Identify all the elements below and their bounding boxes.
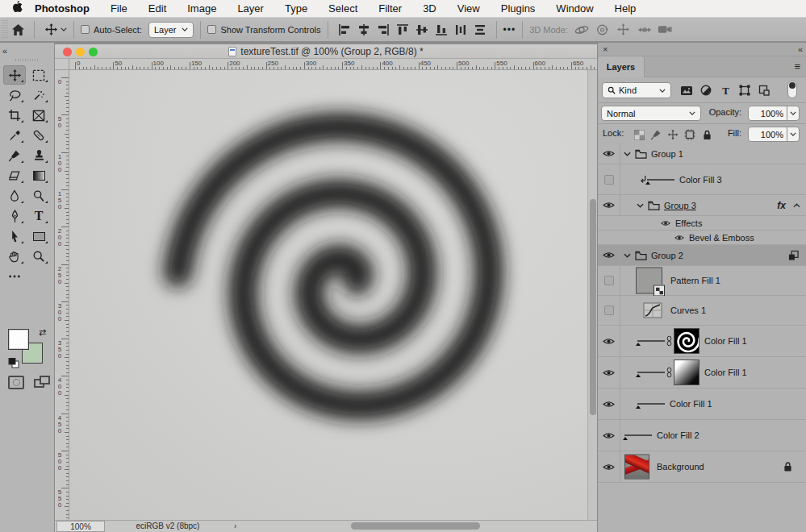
clone-stamp-tool[interactable] [27,146,50,165]
brush-tool[interactable] [3,146,26,165]
status-options-chevron[interactable]: › [234,521,236,532]
mask-thumbnail[interactable] [674,328,700,354]
type-tool[interactable]: T [27,206,50,226]
document-title-bar[interactable]: textureTest.tif @ 100% (Group 2, RGB/8) … [55,44,597,59]
distribute-v-icon[interactable] [470,22,490,38]
collapse-panel-icon[interactable]: « [798,44,802,54]
adjustment-layer-filter-icon[interactable] [698,82,714,98]
visibility-toggle[interactable] [598,357,620,388]
align-top-icon[interactable] [393,22,412,38]
visibility-toggle[interactable] [598,296,620,325]
pan-3d-icon[interactable] [613,22,634,38]
filter-kind-dropdown[interactable]: Kind [602,82,671,98]
chevron-down-icon[interactable] [787,127,799,141]
layer-row-group-1[interactable]: Group 1 [598,143,806,164]
zoom-level-field[interactable]: 100% [56,521,105,532]
align-bottom-icon[interactable] [432,22,451,38]
collapse-effects-chevron-icon[interactable] [793,203,800,208]
pen-tool[interactable] [3,206,26,226]
lasso-tool[interactable] [3,85,26,105]
layer-thumbnail[interactable] [637,372,665,373]
layer-thumbnail[interactable] [624,455,649,480]
align-left-icon[interactable] [335,22,354,38]
lock-artboard-icon[interactable] [683,128,697,141]
layer-name[interactable]: Group 2 [651,251,683,260]
layer-name[interactable]: Curves 1 [670,305,706,315]
menu-help[interactable]: Help [604,0,647,18]
layer-name[interactable]: Color Fill 1 [704,336,747,346]
slide-3d-icon[interactable] [634,22,655,38]
layer-row-background[interactable]: Background [598,451,806,483]
visibility-toggle[interactable] [598,420,620,451]
visibility-toggle[interactable] [598,266,620,295]
menu-select[interactable]: Select [318,0,368,18]
menu-3d[interactable]: 3D [412,0,447,18]
lock-all-icon[interactable] [700,128,714,141]
auto-select-checkbox[interactable] [81,25,90,34]
layer-row-color-fill-2[interactable]: Color Fill 2 [598,420,806,451]
distribute-h-icon[interactable] [451,22,470,38]
blend-mode-dropdown[interactable]: Normal [601,106,701,121]
move-tool[interactable] [3,65,26,85]
layer-name[interactable]: Background [657,462,704,472]
chevron-down-icon[interactable] [61,27,67,31]
magic-wand-tool[interactable] [27,85,50,105]
move-tool-icon[interactable] [41,20,61,39]
expand-chevron-icon[interactable] [637,203,644,208]
menu-type[interactable]: Type [274,0,318,18]
auto-select-target-dropdown[interactable]: Layer [148,22,194,38]
screen-mode-button[interactable] [34,376,50,389]
align-center-h-icon[interactable] [354,22,374,38]
layer-thumbnail[interactable] [637,340,665,342]
tools-drag-handle[interactable] [15,59,40,61]
menu-photoshop[interactable]: Photoshop [24,0,100,18]
options-drag-handle[interactable] [2,20,8,39]
crop-tool[interactable] [3,106,26,125]
eraser-tool[interactable] [3,166,26,185]
path-select-tool[interactable] [3,227,26,246]
layer-row-group-3[interactable]: Group 3fx [598,195,806,216]
marquee-tool[interactable] [27,65,50,85]
visibility-toggle[interactable] [598,195,620,215]
visibility-toggle[interactable] [598,245,620,265]
layer-row-effects[interactable]: Effects [598,216,806,231]
layer-row-pattern-fill-1[interactable]: Pattern Fill 1 [598,266,806,296]
menu-file[interactable]: File [100,0,138,18]
visibility-toggle[interactable] [598,451,620,482]
smart-object-filter-icon[interactable] [756,82,772,98]
camera-3d-icon[interactable] [655,22,676,38]
layer-name[interactable]: Group 3 [664,201,696,210]
layer-name[interactable]: Bevel & Emboss [689,233,754,243]
orbit-3d-icon[interactable] [571,22,592,38]
mask-thumbnail[interactable] [674,360,700,385]
dodge-tool[interactable] [27,186,50,206]
lock-paint-icon[interactable] [649,128,663,141]
opacity-field[interactable]: 100% [748,106,800,121]
curves-icon[interactable] [643,302,662,318]
close-panel-icon[interactable]: × [603,44,608,54]
roll-3d-icon[interactable] [592,22,613,38]
show-transform-checkbox[interactable] [207,25,216,34]
eye-icon[interactable] [661,219,670,227]
layer-thumbnail[interactable] [637,403,665,405]
eyedropper-tool[interactable] [3,126,26,145]
fill-field[interactable]: 100% [748,127,800,142]
align-middle-icon[interactable] [412,22,432,38]
layer-row-group-2[interactable]: Group 2 [598,245,806,266]
visibility-toggle[interactable] [598,326,620,356]
panel-menu-icon[interactable]: ≡ [794,60,800,73]
layer-name[interactable]: Effects [675,218,702,228]
expand-chevron-icon[interactable] [624,253,631,258]
menu-window[interactable]: Window [545,0,603,18]
menu-edit[interactable]: Edit [138,0,177,18]
edit-toolbar[interactable] [3,267,26,286]
pixel-layer-filter-icon[interactable] [679,82,695,98]
menu-filter[interactable]: Filter [368,0,412,18]
visibility-toggle[interactable] [598,231,620,244]
layer-row-curves-1[interactable]: Curves 1 [598,296,806,326]
visibility-toggle[interactable] [598,389,620,419]
lock-position-icon[interactable] [666,128,680,141]
menu-layer[interactable]: Layer [227,0,274,18]
zoom-window-button[interactable] [89,48,98,56]
layer-name[interactable]: Color Fill 1 [670,399,712,409]
